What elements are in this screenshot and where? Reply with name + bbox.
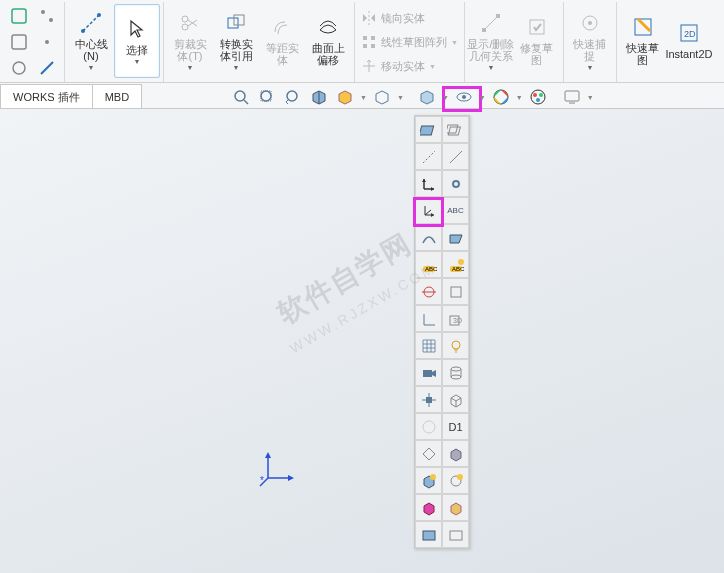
- chevron-down-icon[interactable]: ▼: [479, 94, 486, 101]
- section-view[interactable]: [308, 86, 330, 108]
- svg-rect-85: [423, 531, 435, 540]
- panel-ctr[interactable]: [415, 386, 442, 413]
- feature2-icon[interactable]: [10, 33, 28, 51]
- quick-sketch-label: 快速草 图: [626, 42, 659, 66]
- panel-dim[interactable]: [415, 305, 442, 332]
- svg-rect-70: [423, 370, 432, 377]
- panel-plane[interactable]: [415, 116, 442, 143]
- surface-offset-button[interactable]: 曲面上 偏移: [305, 4, 351, 78]
- chevron-down-icon: ▼: [451, 39, 458, 46]
- repair-icon: [526, 16, 548, 38]
- svg-point-26: [588, 21, 592, 25]
- zoom-area[interactable]: [256, 86, 278, 108]
- panel-point[interactable]: [442, 170, 469, 197]
- select-button[interactable]: 选择 ▼: [114, 4, 160, 78]
- mirror-icon: [361, 10, 377, 26]
- dot2-icon[interactable]: [38, 33, 56, 51]
- feature3-icon[interactable]: [10, 59, 28, 77]
- move-icon: [361, 58, 377, 74]
- svg-point-74: [451, 375, 461, 379]
- panel-grid[interactable]: [415, 332, 442, 359]
- line-icon[interactable]: [38, 59, 56, 77]
- chevron-down-icon: ▼: [134, 58, 141, 65]
- panel-shad2[interactable]: [442, 494, 469, 521]
- chevron-down-icon[interactable]: ▼: [397, 94, 404, 101]
- panel-curve[interactable]: [415, 224, 442, 251]
- panel-3d[interactable]: 3D: [442, 305, 469, 332]
- panel-bulb[interactable]: [442, 332, 469, 359]
- panel-axis[interactable]: [415, 143, 442, 170]
- panel-cube3[interactable]: [442, 386, 469, 413]
- panel-box[interactable]: [442, 278, 469, 305]
- display-style[interactable]: [371, 86, 393, 108]
- triad: *: [258, 448, 298, 488]
- offset-button[interactable]: 等距实 体: [259, 4, 305, 78]
- snap-label: 快速捕 捉: [573, 38, 606, 62]
- dot-icon[interactable]: [38, 7, 56, 25]
- svg-text:2D: 2D: [684, 29, 696, 39]
- tab-mbd[interactable]: MBD: [92, 84, 142, 108]
- tab-works[interactable]: WORKS 插件: [0, 84, 93, 108]
- panel-annot[interactable]: ABC: [415, 251, 442, 278]
- pattern-row[interactable]: 线性草图阵列 ▼: [358, 30, 461, 54]
- hide-show[interactable]: [453, 86, 475, 108]
- scissors-icon: [179, 12, 201, 34]
- panel-d1: D1: [442, 413, 469, 440]
- svg-line-47: [423, 151, 435, 163]
- panel-surf[interactable]: [442, 224, 469, 251]
- panel-annot2[interactable]: ABC: [442, 251, 469, 278]
- svg-text:ABC: ABC: [425, 266, 438, 272]
- move-row[interactable]: 移动实体 ▼: [358, 54, 439, 78]
- trim-button[interactable]: 剪裁实 体(T) ▼: [167, 4, 213, 78]
- chevron-down-icon[interactable]: ▼: [587, 94, 594, 101]
- centerline-button[interactable]: 中心线 (N) ▼: [68, 4, 114, 78]
- chevron-down-icon[interactable]: ▼: [442, 94, 449, 101]
- feature-icon[interactable]: [10, 7, 28, 25]
- quick-sketch-icon: [632, 16, 654, 38]
- instant2d-button[interactable]: 2D Instant2D: [666, 4, 712, 78]
- panel-shad1[interactable]: [415, 494, 442, 521]
- convert-button[interactable]: 转换实 体引用 ▼: [213, 4, 259, 78]
- panel-sketch[interactable]: [415, 278, 442, 305]
- panel-csys2[interactable]: ABC: [442, 197, 469, 224]
- chevron-down-icon[interactable]: ▼: [360, 94, 367, 101]
- view-settings[interactable]: [561, 86, 583, 108]
- panel-blank[interactable]: [415, 413, 442, 440]
- panel-solid[interactable]: [442, 440, 469, 467]
- repair-button[interactable]: 修复草 图: [514, 4, 560, 78]
- panel-last1[interactable]: [415, 521, 442, 548]
- svg-line-78: [451, 398, 456, 401]
- panel-cyl[interactable]: [442, 359, 469, 386]
- pattern-icon: [361, 34, 377, 50]
- svg-text:3D: 3D: [453, 317, 462, 324]
- svg-point-40: [539, 93, 543, 97]
- panel-wire1[interactable]: [415, 467, 442, 494]
- panel-last2[interactable]: [442, 521, 469, 548]
- svg-rect-62: [451, 287, 461, 297]
- mirror-row[interactable]: 镜向实体: [358, 6, 428, 30]
- panel-origin[interactable]: [415, 170, 442, 197]
- svg-line-21: [484, 16, 498, 30]
- panel-planes2[interactable]: [442, 116, 469, 143]
- zoom-fit[interactable]: [230, 86, 252, 108]
- panel-wire2[interactable]: [442, 467, 469, 494]
- watermark: 软件自学网: [271, 225, 420, 333]
- panel-camera[interactable]: [415, 359, 442, 386]
- panel-diamond[interactable]: [415, 440, 442, 467]
- view-orient[interactable]: [334, 86, 356, 108]
- apply-scene[interactable]: [527, 86, 549, 108]
- item-visibility[interactable]: [416, 86, 438, 108]
- chevron-down-icon: ▼: [429, 63, 436, 70]
- centerline-label: 中心线 (N): [75, 38, 108, 62]
- svg-rect-17: [363, 36, 367, 40]
- quick-sketch-button[interactable]: 快速草 图: [620, 4, 666, 78]
- svg-line-48: [450, 151, 462, 163]
- panel-axis2[interactable]: [442, 143, 469, 170]
- svg-point-36: [462, 95, 466, 99]
- chevron-down-icon[interactable]: ▼: [516, 94, 523, 101]
- snap-button[interactable]: 快速捕 捉 ▼: [567, 4, 613, 78]
- relations-button[interactable]: 显示/删除 几何关系 ▼: [468, 4, 514, 78]
- svg-rect-42: [565, 91, 579, 101]
- zoom-prev[interactable]: [282, 86, 304, 108]
- edit-appearance[interactable]: [490, 86, 512, 108]
